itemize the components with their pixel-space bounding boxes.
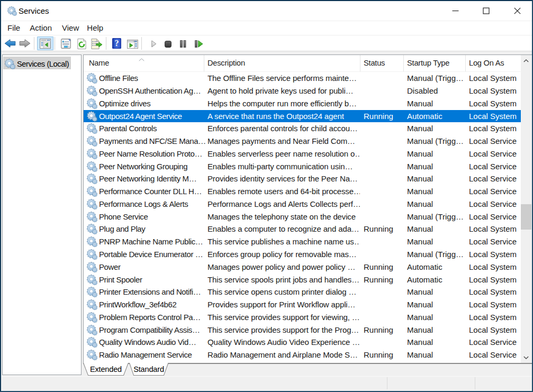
cell-log-on-as: Local System — [469, 298, 520, 311]
tab-standard[interactable]: Standard — [133, 363, 164, 375]
scrollbar-thumb[interactable] — [521, 204, 531, 230]
service-gear-icon — [87, 161, 97, 172]
cell-name: Portable Device Enumerator … — [99, 248, 205, 261]
cell-log-on-as: Local System — [469, 248, 520, 261]
service-row[interactable]: Portable Device Enumerator …Enforces gro… — [84, 248, 521, 261]
cell-startup-type: Automatic — [407, 261, 464, 274]
menu-view[interactable]: View — [62, 21, 79, 35]
cell-startup-type: Automatic — [407, 110, 464, 123]
column-header-startup-type[interactable]: Startup Type — [407, 55, 449, 71]
service-row[interactable]: Performance Logs & AlertsPerformance Log… — [84, 198, 521, 211]
cell-log-on-as: Local System — [469, 85, 520, 97]
cell-description: Manages power policy and power policy … — [207, 261, 360, 274]
service-row[interactable]: Peer Name Resolution Proto…Enables serve… — [84, 148, 521, 160]
cell-name: Parental Controls — [99, 122, 205, 135]
start-service-button[interactable] — [151, 40, 157, 48]
tab-extended[interactable]: Extended — [88, 363, 124, 375]
help-button[interactable]: ? ? — [112, 38, 121, 49]
cell-log-on-as: Local System — [469, 122, 520, 135]
window-border-left — [0, 0, 1, 392]
cell-status: Running — [364, 324, 402, 336]
cell-description: Enables multi-party communication usin… — [207, 160, 360, 173]
stop-service-button[interactable] — [165, 41, 171, 48]
cell-description: The Offline Files service performs maint… — [207, 72, 360, 85]
service-row[interactable]: OpenSSH Authentication Ag…Agent to hold … — [84, 85, 521, 97]
chevron-down-icon — [523, 356, 529, 359]
column-header-status[interactable]: Status — [364, 55, 385, 71]
column-separator[interactable] — [465, 55, 466, 71]
cell-log-on-as: Local System — [469, 274, 520, 286]
properties-button[interactable] — [61, 39, 71, 49]
column-header-log-on-as[interactable]: Log On As — [469, 55, 504, 71]
service-gear-icon — [87, 73, 97, 84]
toolbar-separator — [55, 37, 55, 50]
service-gear-icon — [87, 86, 97, 96]
pause-service-button[interactable] — [180, 40, 187, 48]
service-gear-icon — [87, 123, 97, 134]
show-hide-action-pane-button[interactable] — [127, 40, 138, 49]
service-row[interactable]: PNRP Machine Name Public…This service pu… — [84, 235, 521, 248]
column-separator[interactable] — [403, 55, 404, 71]
column-header-description[interactable]: Description — [207, 55, 245, 71]
close-button[interactable] — [502, 1, 532, 21]
restart-service-button[interactable] — [195, 40, 203, 48]
forward-button[interactable] — [19, 38, 31, 49]
service-row[interactable]: PrintWorkflow_3ef4b62Provides support fo… — [84, 298, 521, 311]
cell-description: This service spools print jobs and handl… — [207, 274, 360, 286]
cell-description: This service provides support for the Pr… — [207, 324, 360, 336]
service-row[interactable]: Program Compatibility Assis…This service… — [84, 324, 521, 336]
service-gear-icon — [87, 136, 97, 147]
service-row[interactable]: Payments and NFC/SE Mana…Manages payment… — [84, 135, 521, 148]
service-row[interactable]: Plug and PlayEnables a computer to recog… — [84, 223, 521, 235]
minimize-button[interactable] — [440, 1, 471, 21]
service-row[interactable]: Parental ControlsEnforces parental contr… — [84, 122, 521, 135]
cell-log-on-as: Local Service — [469, 160, 520, 173]
back-button[interactable] — [4, 38, 16, 49]
service-row[interactable]: Printer Extensions and Notifi…This servi… — [84, 286, 521, 298]
service-row[interactable]: Problem Reports Control Pa…This service … — [84, 311, 521, 324]
menu-help[interactable]: Help — [87, 21, 103, 35]
service-row[interactable]: Offline FilesThe Offline Files service p… — [84, 72, 521, 85]
cell-description: This service opens custom printer dialog… — [207, 286, 360, 298]
tree-item-services-local[interactable]: Services (Local) — [3, 57, 71, 69]
cell-status — [364, 211, 402, 223]
service-row[interactable]: Quality Windows Audio Vid…Quality Window… — [84, 336, 521, 349]
cell-name: Plug and Play — [99, 223, 205, 235]
console-tree-icon — [40, 39, 51, 49]
show-hide-console-tree-button[interactable] — [37, 37, 53, 50]
service-row[interactable]: Performance Counter DLL H…Enables remote… — [84, 185, 521, 198]
service-row[interactable]: Peer Networking GroupingEnables multi-pa… — [84, 160, 521, 173]
vertical-scrollbar[interactable] — [521, 55, 531, 363]
cell-log-on-as: Local System — [469, 261, 520, 274]
window-title: Services — [19, 1, 49, 21]
export-list-button[interactable] — [91, 39, 103, 49]
scroll-down-button[interactable] — [521, 352, 531, 363]
service-row[interactable]: Outpost24 Agent ServiceA service that ru… — [84, 110, 521, 123]
cell-startup-type: Manual — [407, 235, 464, 248]
menu-action[interactable]: Action — [30, 21, 52, 35]
refresh-button[interactable] — [77, 39, 86, 49]
column-separator[interactable] — [204, 55, 204, 71]
cell-startup-type: Manual — [407, 122, 464, 135]
column-header-name[interactable]: Name — [89, 55, 109, 71]
service-row[interactable]: Optimize drivesHelps the computer run mo… — [84, 97, 521, 110]
cell-status — [364, 135, 402, 148]
service-row[interactable]: Radio Management ServiceRadio Management… — [84, 349, 521, 361]
cell-status — [364, 185, 402, 198]
service-row[interactable]: Phone ServiceManages the telephony state… — [84, 211, 521, 223]
column-separator[interactable] — [360, 55, 360, 71]
cell-name: Offline Files — [99, 72, 205, 85]
cell-description: Provides identity services for the Peer … — [207, 172, 360, 185]
cell-startup-type: Manual — [407, 298, 464, 311]
service-row[interactable]: Print SpoolerThis service spools print j… — [84, 274, 521, 286]
menu-file[interactable]: File — [7, 21, 20, 35]
cell-log-on-as: Local Service — [469, 135, 520, 148]
service-row[interactable]: PowerManages power policy and power poli… — [84, 261, 521, 274]
services-node-icon — [5, 59, 15, 69]
maximize-button[interactable] — [471, 1, 502, 21]
cell-log-on-as: Local Service — [469, 235, 520, 248]
title-bar: Services — [1, 1, 532, 21]
service-row[interactable]: Peer Networking Identity M…Provides iden… — [84, 172, 521, 185]
scroll-up-button[interactable] — [521, 55, 531, 66]
cell-name: Performance Logs & Alerts — [99, 198, 205, 211]
